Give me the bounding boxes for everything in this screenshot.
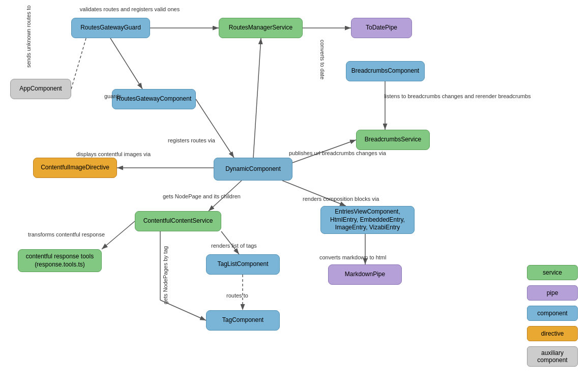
node-breadcrumbs-component: BreadcrumbsComponent [346,61,425,81]
legend-box-service: service [527,265,578,280]
label-renders-tags: renders list of tags [211,243,257,249]
svg-line-7 [253,38,261,158]
node-markdown-pipe: MarkdownPipe [328,264,402,285]
node-routes-manager-service: RoutesManagerService [219,18,303,38]
label-publishes-breadcrumbs: publishes url breadcrumbs changes via [289,150,386,156]
legend-auxiliary: auxiliary component [527,346,578,367]
node-entries-view-component: EntriesViewComponent, HtmlEntry, Embedde… [320,206,415,234]
label-guards: guards [104,93,122,99]
node-tag-component: TagComponent [206,310,280,331]
node-contentful-response-tools: contentful response tools (response.tool… [18,249,102,272]
node-app-component: AppComponent [10,79,71,99]
legend: service pipe component directive auxilia… [527,265,578,372]
node-dynamic-component: DynamicComponent [214,158,292,181]
node-tag-list-component: TagListComponent [206,254,280,275]
label-transforms-contentful: transforms contentful response [28,231,105,237]
legend-box-component: component [527,306,578,321]
label-converts-markdown: converts markdown to html [319,254,386,260]
label-registers-routes: registers routes via [168,137,215,143]
label-renders-composition: renders composition blocks via [303,196,379,202]
legend-box-directive: directive [527,326,578,341]
node-routes-gateway-guard: RoutesGatewayGuard [71,18,150,38]
legend-box-auxiliary: auxiliary component [527,346,578,367]
svg-line-12 [282,181,346,206]
label-routes-to: routes to [226,292,248,299]
legend-box-pipe: pipe [527,285,578,301]
label-validates-routes: validates routes and registers valid one… [80,6,180,12]
diagram: AppComponent RoutesGatewayGuard RoutesMa… [0,0,588,387]
label-sends-unknown: sends unknown routes to [25,32,32,68]
node-routes-gateway-component: RoutesGatewayComponent [112,89,196,109]
svg-line-13 [102,221,135,249]
node-breadcrumbs-service: BreadcrumbsService [356,130,430,150]
legend-service: service [527,265,578,280]
label-displays-contentful: displays contentful images via [76,151,151,157]
node-contentful-content-service: ContentfulContentService [135,211,221,231]
svg-line-6 [110,38,142,89]
label-listens-breadcrumbs: listens to breadcrumbs changes and reren… [384,93,531,99]
node-contentful-image-directive: ContentfulImageDirective [33,158,117,178]
legend-component: component [527,306,578,321]
legend-directive: directive [527,326,578,341]
label-converts-date: converts to date [319,40,326,79]
label-gets-nodepages: gets NodePages by tag [162,246,168,304]
node-to-date-pipe: ToDatePipe [351,18,412,38]
legend-pipe: pipe [527,285,578,301]
svg-line-8 [196,99,234,158]
label-gets-nodepage: gets NodePage and its children [163,193,241,199]
arrows-svg [0,0,588,387]
